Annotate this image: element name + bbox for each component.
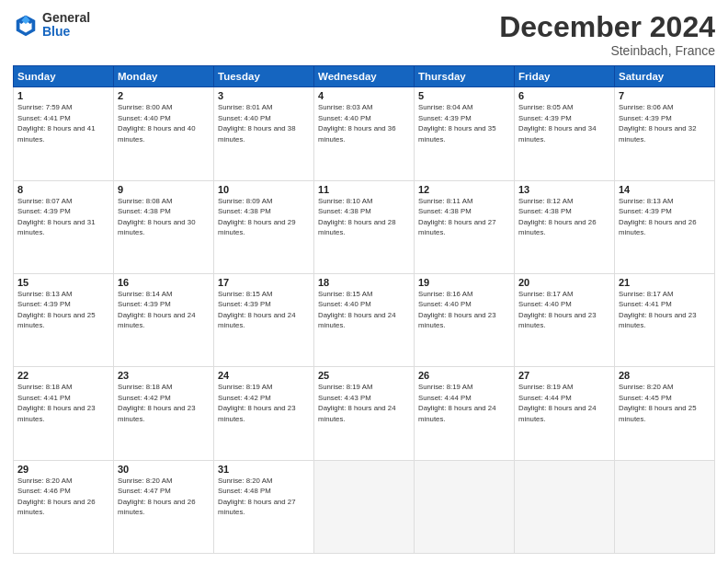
calendar-cell: 27 Sunrise: 8:19 AMSunset: 4:44 PMDaylig… xyxy=(515,367,615,460)
calendar-cell xyxy=(515,460,615,553)
calendar-cell: 2 Sunrise: 8:00 AMSunset: 4:40 PMDayligh… xyxy=(114,87,214,180)
day-header-friday: Friday xyxy=(515,66,615,87)
day-number: 1 xyxy=(17,90,109,101)
day-number: 27 xyxy=(518,370,610,381)
day-detail: Sunrise: 8:19 AMSunset: 4:44 PMDaylight:… xyxy=(418,383,496,423)
day-detail: Sunrise: 8:10 AMSunset: 4:38 PMDaylight:… xyxy=(318,197,396,237)
calendar-page: General Blue December 2024 Steinbach, Fr… xyxy=(0,0,728,563)
calendar-cell: 30 Sunrise: 8:20 AMSunset: 4:47 PMDaylig… xyxy=(114,460,214,553)
calendar-cell: 25 Sunrise: 8:19 AMSunset: 4:43 PMDaylig… xyxy=(314,367,415,460)
day-number: 22 xyxy=(17,370,109,381)
day-number: 5 xyxy=(418,90,510,101)
calendar-cell: 31 Sunrise: 8:20 AMSunset: 4:48 PMDaylig… xyxy=(214,460,314,553)
day-number: 21 xyxy=(619,277,711,288)
calendar-cell: 16 Sunrise: 8:14 AMSunset: 4:39 PMDaylig… xyxy=(114,273,214,366)
day-detail: Sunrise: 8:08 AMSunset: 4:38 PMDaylight:… xyxy=(118,197,196,237)
day-detail: Sunrise: 8:07 AMSunset: 4:39 PMDaylight:… xyxy=(17,197,96,237)
day-detail: Sunrise: 8:13 AMSunset: 4:39 PMDaylight:… xyxy=(17,290,96,330)
calendar-cell: 9 Sunrise: 8:08 AMSunset: 4:38 PMDayligh… xyxy=(114,180,214,273)
day-number: 20 xyxy=(518,277,610,288)
day-number: 30 xyxy=(118,464,210,475)
week-row-3: 15 Sunrise: 8:13 AMSunset: 4:39 PMDaylig… xyxy=(14,273,715,366)
week-row-4: 22 Sunrise: 8:18 AMSunset: 4:41 PMDaylig… xyxy=(14,367,715,460)
calendar-cell: 21 Sunrise: 8:17 AMSunset: 4:41 PMDaylig… xyxy=(615,273,715,366)
day-detail: Sunrise: 8:19 AMSunset: 4:43 PMDaylight:… xyxy=(318,383,396,423)
day-detail: Sunrise: 8:05 AMSunset: 4:39 PMDaylight:… xyxy=(518,103,597,144)
day-number: 15 xyxy=(17,277,109,288)
day-detail: Sunrise: 8:20 AMSunset: 4:47 PMDaylight:… xyxy=(118,477,196,517)
calendar-cell: 22 Sunrise: 8:18 AMSunset: 4:41 PMDaylig… xyxy=(14,367,114,460)
calendar-cell: 4 Sunrise: 8:03 AMSunset: 4:40 PMDayligh… xyxy=(314,87,415,180)
week-row-1: 1 Sunrise: 7:59 AMSunset: 4:41 PMDayligh… xyxy=(14,87,715,180)
calendar-cell: 17 Sunrise: 8:15 AMSunset: 4:39 PMDaylig… xyxy=(214,273,314,366)
logo-general: General xyxy=(42,11,90,25)
calendar-cell: 29 Sunrise: 8:20 AMSunset: 4:46 PMDaylig… xyxy=(14,460,114,553)
calendar-cell: 13 Sunrise: 8:12 AMSunset: 4:38 PMDaylig… xyxy=(515,180,615,273)
logo-text: General Blue xyxy=(42,11,90,40)
day-detail: Sunrise: 8:11 AMSunset: 4:38 PMDaylight:… xyxy=(418,197,496,237)
day-number: 31 xyxy=(218,464,310,475)
day-number: 10 xyxy=(218,184,310,195)
day-number: 11 xyxy=(318,184,410,195)
day-number: 14 xyxy=(619,184,711,195)
calendar-cell: 6 Sunrise: 8:05 AMSunset: 4:39 PMDayligh… xyxy=(515,87,615,180)
calendar-subtitle: Steinbach, France xyxy=(499,43,715,58)
day-header-tuesday: Tuesday xyxy=(214,66,314,87)
day-detail: Sunrise: 8:16 AMSunset: 4:40 PMDaylight:… xyxy=(418,290,496,330)
calendar-cell xyxy=(615,460,715,553)
day-detail: Sunrise: 8:00 AMSunset: 4:40 PMDaylight:… xyxy=(118,103,196,144)
day-detail: Sunrise: 8:14 AMSunset: 4:39 PMDaylight:… xyxy=(118,290,196,330)
day-number: 29 xyxy=(17,464,109,475)
calendar-cell: 11 Sunrise: 8:10 AMSunset: 4:38 PMDaylig… xyxy=(314,180,415,273)
day-detail: Sunrise: 8:19 AMSunset: 4:44 PMDaylight:… xyxy=(518,383,597,423)
day-number: 17 xyxy=(218,277,310,288)
calendar-cell: 23 Sunrise: 8:18 AMSunset: 4:42 PMDaylig… xyxy=(114,367,214,460)
logo: General Blue xyxy=(13,11,90,40)
day-header-wednesday: Wednesday xyxy=(314,66,415,87)
calendar-cell: 18 Sunrise: 8:15 AMSunset: 4:40 PMDaylig… xyxy=(314,273,415,366)
day-number: 28 xyxy=(619,370,711,381)
calendar-cell: 26 Sunrise: 8:19 AMSunset: 4:44 PMDaylig… xyxy=(415,367,515,460)
day-detail: Sunrise: 8:15 AMSunset: 4:40 PMDaylight:… xyxy=(318,290,396,330)
day-detail: Sunrise: 8:17 AMSunset: 4:41 PMDaylight:… xyxy=(619,290,697,330)
day-number: 12 xyxy=(418,184,510,195)
day-header-thursday: Thursday xyxy=(415,66,515,87)
logo-icon xyxy=(13,12,39,38)
day-number: 6 xyxy=(518,90,610,101)
calendar-cell: 28 Sunrise: 8:20 AMSunset: 4:45 PMDaylig… xyxy=(615,367,715,460)
calendar-cell: 7 Sunrise: 8:06 AMSunset: 4:39 PMDayligh… xyxy=(615,87,715,180)
day-number: 18 xyxy=(318,277,410,288)
day-number: 3 xyxy=(218,90,310,101)
calendar-body: 1 Sunrise: 7:59 AMSunset: 4:41 PMDayligh… xyxy=(14,87,715,554)
day-number: 26 xyxy=(418,370,510,381)
day-number: 7 xyxy=(619,90,711,101)
day-header-monday: Monday xyxy=(114,66,214,87)
calendar-cell: 1 Sunrise: 7:59 AMSunset: 4:41 PMDayligh… xyxy=(14,87,114,180)
calendar-cell: 10 Sunrise: 8:09 AMSunset: 4:38 PMDaylig… xyxy=(214,180,314,273)
calendar-table: SundayMondayTuesdayWednesdayThursdayFrid… xyxy=(13,65,715,554)
day-detail: Sunrise: 8:15 AMSunset: 4:39 PMDaylight:… xyxy=(218,290,296,330)
title-block: December 2024 Steinbach, France xyxy=(499,11,715,58)
day-number: 23 xyxy=(118,370,210,381)
calendar-cell: 15 Sunrise: 8:13 AMSunset: 4:39 PMDaylig… xyxy=(14,273,114,366)
day-detail: Sunrise: 8:12 AMSunset: 4:38 PMDaylight:… xyxy=(518,197,597,237)
day-header-saturday: Saturday xyxy=(615,66,715,87)
logo-blue: Blue xyxy=(42,25,90,39)
day-detail: Sunrise: 8:04 AMSunset: 4:39 PMDaylight:… xyxy=(418,103,496,144)
day-detail: Sunrise: 8:01 AMSunset: 4:40 PMDaylight:… xyxy=(218,103,296,144)
week-row-2: 8 Sunrise: 8:07 AMSunset: 4:39 PMDayligh… xyxy=(14,180,715,273)
day-number: 13 xyxy=(518,184,610,195)
day-detail: Sunrise: 8:20 AMSunset: 4:46 PMDaylight:… xyxy=(17,477,96,517)
calendar-cell: 14 Sunrise: 8:13 AMSunset: 4:39 PMDaylig… xyxy=(615,180,715,273)
day-detail: Sunrise: 8:13 AMSunset: 4:39 PMDaylight:… xyxy=(619,197,697,237)
day-number: 19 xyxy=(418,277,510,288)
calendar-cell xyxy=(415,460,515,553)
day-detail: Sunrise: 8:03 AMSunset: 4:40 PMDaylight:… xyxy=(318,103,396,144)
day-number: 16 xyxy=(118,277,210,288)
day-detail: Sunrise: 8:06 AMSunset: 4:39 PMDaylight:… xyxy=(619,103,697,144)
calendar-cell: 8 Sunrise: 8:07 AMSunset: 4:39 PMDayligh… xyxy=(14,180,114,273)
day-detail: Sunrise: 8:18 AMSunset: 4:42 PMDaylight:… xyxy=(118,383,196,423)
day-detail: Sunrise: 8:18 AMSunset: 4:41 PMDaylight:… xyxy=(17,383,96,423)
day-number: 9 xyxy=(118,184,210,195)
calendar-cell: 3 Sunrise: 8:01 AMSunset: 4:40 PMDayligh… xyxy=(214,87,314,180)
